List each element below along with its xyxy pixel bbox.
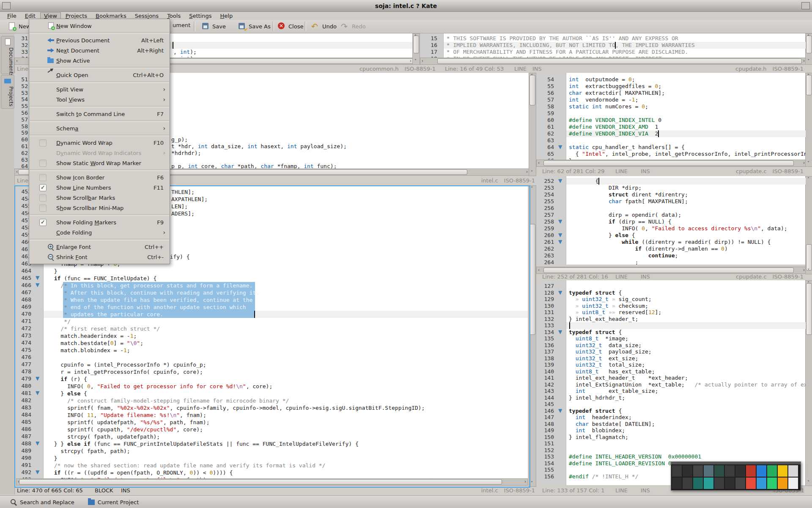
scroll-left-icon[interactable]: ‹ [18, 480, 19, 484]
scroll-up-icon[interactable]: ˄ [807, 74, 809, 78]
scroll-right-icon[interactable]: › [803, 59, 805, 63]
pager-cell[interactable] [757, 478, 766, 489]
window-menu-icon[interactable] [2, 2, 11, 9]
pager-cell[interactable] [683, 478, 692, 489]
next-document-partial-button[interactable]: ument [170, 21, 193, 29]
pager-cell[interactable] [788, 478, 798, 489]
vertical-scrollbar[interactable]: ˄˅ [805, 176, 812, 274]
scroll-right-icon[interactable]: › [803, 268, 805, 272]
pager-cell[interactable] [746, 478, 756, 489]
menubar-item-help[interactable]: Help [217, 12, 237, 19]
scroll-down-icon[interactable]: ˅ [807, 59, 809, 64]
fold-marker-icon[interactable]: ▼ [36, 282, 39, 288]
title-bar[interactable]: soja: intel.c ? Kate [0, 0, 812, 12]
pager-cell[interactable] [693, 478, 703, 489]
scroll-down-icon[interactable]: ˅ [807, 269, 809, 273]
fold-marker-icon[interactable]: ▼ [558, 290, 562, 295]
menu-item-show-scrollbar-marks[interactable]: Show Scrollbar Marks [29, 193, 170, 203]
pager-cell[interactable] [746, 465, 756, 477]
menu-item-split-view[interactable]: Split View› [29, 84, 170, 94]
scrollbar-thumb[interactable] [529, 224, 535, 335]
menu-item-schema[interactable]: Schema› [29, 123, 170, 133]
pager-cell[interactable] [778, 465, 787, 477]
fold-marker-icon[interactable]: ▼ [36, 440, 39, 446]
menu-item-dynamic-word-wrap-indicators[interactable]: Dynamic Word Wrap Indicators› [29, 148, 170, 158]
scroll-up-icon[interactable]: ˄ [531, 74, 533, 78]
scrollbar-thumb[interactable] [437, 58, 802, 64]
taskbar-item-search-and-replace[interactable]: Search and Replace [7, 498, 78, 506]
horizontal-scrollbar[interactable]: ‹› [16, 478, 528, 486]
scrollbar-thumb[interactable] [806, 244, 812, 271]
redo-button[interactable]: ↷Redo [338, 21, 368, 31]
scroll-left-icon[interactable]: ‹ [538, 161, 540, 165]
undo-button[interactable]: ↶Undo [309, 21, 339, 31]
menu-item-tool-views[interactable]: Tool Views› [29, 94, 170, 105]
pager-cell[interactable] [704, 478, 713, 489]
taskbar-item-current-project[interactable]: Current Project [85, 498, 142, 506]
fold-marker-icon[interactable]: ▼ [36, 390, 39, 396]
scrollbar-thumb[interactable] [806, 283, 812, 335]
vertical-scrollbar[interactable]: ˄˅ [805, 73, 812, 167]
menubar-item-tools[interactable]: Tools [163, 12, 184, 19]
menubar-item-edit[interactable]: Edit [21, 12, 39, 19]
fold-marker-icon[interactable]: ▼ [558, 232, 562, 238]
pager-cell[interactable] [672, 465, 682, 477]
vertical-scrollbar[interactable]: ˄˅ [529, 185, 536, 487]
pager-cell[interactable] [714, 478, 724, 489]
menubar-item-projects[interactable]: Projects [62, 12, 91, 19]
menu-item-dynamic-word-wrap[interactable]: Dynamic Word WrapF10 [29, 138, 170, 148]
scroll-left-icon[interactable]: ‹ [16, 170, 18, 174]
menubar-item-bookmarks[interactable]: Bookmarks [92, 12, 130, 19]
scroll-up-icon[interactable]: ˄ [807, 282, 809, 286]
scroll-down-icon[interactable]: ˅ [531, 171, 533, 175]
checkbox-icon[interactable] [39, 139, 47, 146]
horizontal-scrollbar[interactable]: ‹› [420, 58, 807, 65]
fold-marker-icon[interactable]: ▼ [36, 375, 39, 381]
scrollbar-thumb[interactable] [543, 268, 794, 273]
menu-item-show-scrollbar-mini-map[interactable]: Show Scrollbar Mini-Map [29, 203, 170, 213]
vertical-scrollbar[interactable]: ˄˅ [805, 33, 812, 65]
menu-item-enlarge-font[interactable]: +Enlarge FontCtrl++ [29, 242, 170, 252]
save-as-button[interactable]: Save As [235, 21, 273, 31]
fold-marker-icon[interactable]: ▼ [558, 408, 562, 414]
fold-marker-icon[interactable]: ▼ [558, 329, 562, 335]
pager-cell[interactable] [725, 478, 735, 489]
horizontal-scrollbar[interactable]: ‹› [536, 267, 807, 274]
menu-item-show-active[interactable]: Show Active [29, 55, 170, 66]
window-maximize-icon[interactable] [801, 2, 810, 9]
pager-cell[interactable] [757, 465, 766, 477]
menu-item-code-folding[interactable]: Code Folding› [29, 227, 170, 237]
menubar-item-file[interactable]: File [3, 12, 20, 19]
scrollbar-thumb[interactable] [543, 160, 794, 166]
editor-pane-b[interactable]: 15 * THIS SOFTWARE IS PROVIDED BY THE AU… [420, 33, 806, 58]
checkbox-checked-icon[interactable]: ✓ [39, 184, 47, 191]
pager-cell[interactable] [714, 465, 724, 477]
menubar-item-settings[interactable]: Settings [185, 12, 215, 19]
scroll-up-icon[interactable]: ˄ [807, 35, 809, 39]
pager-cell[interactable] [693, 465, 703, 477]
scroll-left-icon[interactable]: ‹ [16, 59, 18, 63]
editor-pane-d[interactable]: 54int outputmode = 0;55int extractbugged… [536, 73, 806, 160]
pager-cell[interactable] [767, 478, 777, 489]
pager-cell[interactable] [735, 465, 745, 477]
pager-cell[interactable] [725, 465, 735, 477]
menubar-item-sessions[interactable]: Sessions [131, 12, 162, 19]
fold-marker-icon[interactable]: ▼ [36, 469, 39, 475]
menu-item-next-document[interactable]: Next DocumentAlt+Right [29, 45, 170, 55]
fold-marker-icon[interactable]: ▼ [558, 178, 562, 184]
scroll-left-icon[interactable]: ‹ [538, 268, 540, 272]
menu-item-show-icon-border[interactable]: Show Icon BorderF6 [29, 172, 170, 182]
pager-cell[interactable] [778, 478, 787, 489]
menu-item-show-static-word-wrap-marker[interactable]: Show Static Word Wrap Marker [29, 158, 170, 168]
pager-cell[interactable] [735, 478, 745, 489]
menu-item-quick-open[interactable]: Quick OpenCtrl+Alt+O [29, 70, 170, 80]
pager-cell[interactable] [672, 478, 682, 489]
checkbox-icon[interactable] [39, 174, 47, 181]
fold-marker-icon[interactable]: ▼ [558, 239, 562, 245]
pager-cell[interactable] [704, 465, 713, 477]
scroll-up-icon[interactable]: ˄ [414, 35, 417, 39]
scroll-right-icon[interactable]: › [524, 480, 526, 484]
pager-cell[interactable] [788, 465, 798, 477]
scrollbar-thumb[interactable] [19, 479, 502, 485]
scrollbar-thumb[interactable] [529, 75, 535, 105]
